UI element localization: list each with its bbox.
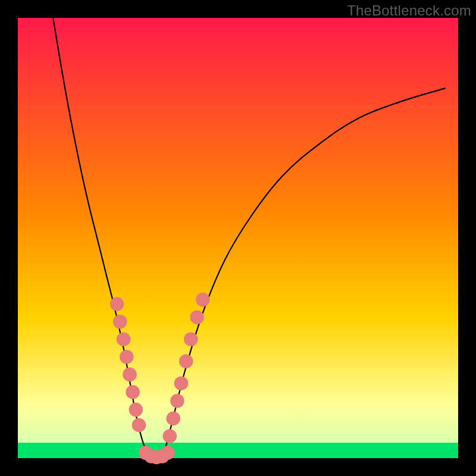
chart-stage: TheBottleneck.com xyxy=(0,0,476,476)
plot-background xyxy=(18,18,458,458)
curve-dot xyxy=(190,310,204,324)
curve-dot xyxy=(196,293,210,307)
curve-dot xyxy=(184,332,198,346)
curve-dot xyxy=(132,418,146,433)
curve-dot xyxy=(120,350,134,364)
curve-dot xyxy=(166,412,180,426)
curve-dot xyxy=(161,446,175,460)
curve-dot xyxy=(174,376,189,390)
curve-dot xyxy=(163,429,177,443)
curve-dot xyxy=(110,297,124,311)
curve-dot xyxy=(179,354,193,368)
curve-dot xyxy=(129,403,143,417)
curve-dot xyxy=(113,315,127,329)
watermark-text: TheBottleneck.com xyxy=(347,2,471,19)
curve-dot xyxy=(117,332,131,346)
curve-dot xyxy=(126,385,140,399)
curve-dot xyxy=(170,394,184,408)
curve-dot xyxy=(123,368,137,382)
chart-svg xyxy=(0,0,476,476)
green-band xyxy=(18,443,458,458)
